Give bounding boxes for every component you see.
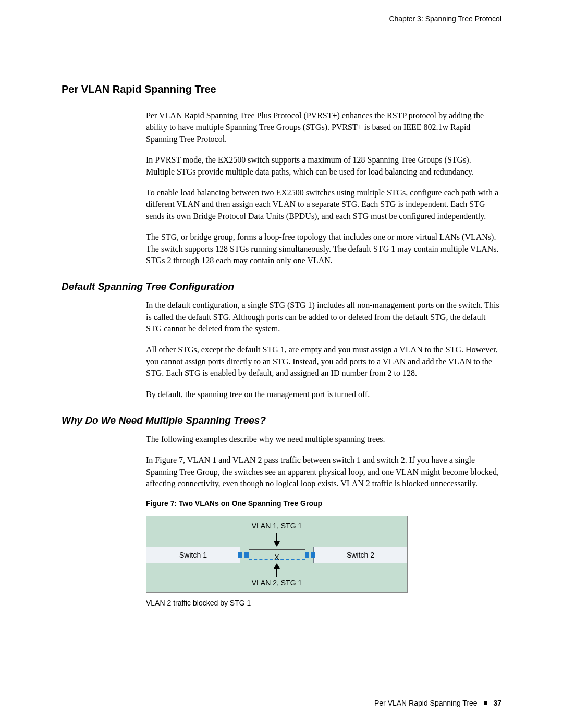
arrow-up-icon: [146, 563, 407, 579]
paragraph: All other STGs, except the default STG 1…: [146, 344, 501, 379]
section-pvrst: Per VLAN Rapid Spanning Tree Plus Protoc…: [146, 110, 501, 266]
paragraph: Per VLAN Rapid Spanning Tree Plus Protoc…: [146, 110, 501, 145]
figure-bottom-caption: VLAN 2, STG 1: [235, 578, 319, 587]
figure-link-active: [249, 549, 305, 550]
paragraph: By default, the spanning tree on the man…: [146, 389, 501, 400]
figure-top-caption: VLAN 1, STG 1: [235, 522, 319, 530]
figure-7: VLAN 1, STG 1 Switch 1 Switch 2: [146, 516, 408, 593]
figure-block-x: X: [146, 553, 407, 561]
figure-caption: VLAN 2 traffic blocked by STG 1: [146, 599, 501, 607]
page-number: 37: [493, 699, 501, 707]
content-area: Per VLAN Rapid Spanning Tree Per VLAN Ra…: [62, 83, 501, 607]
paragraph: The following examples describe why we n…: [146, 434, 501, 445]
heading-2-default-config: Default Spanning Tree Configuration: [62, 281, 501, 292]
paragraph: In Figure 7, VLAN 1 and VLAN 2 pass traf…: [146, 454, 501, 489]
footer-separator-icon: [484, 701, 487, 705]
svg-marker-1: [274, 541, 280, 547]
paragraph: In the default configuration, a single S…: [146, 300, 501, 335]
paragraph: The STG, or bridge group, forms a loop-f…: [146, 231, 501, 266]
paragraph: To enable load balancing between two EX2…: [146, 187, 501, 222]
page: Chapter 3: Spanning Tree Protocol Per VL…: [0, 0, 563, 728]
heading-1: Per VLAN Rapid Spanning Tree: [62, 83, 501, 95]
running-head: Chapter 3: Spanning Tree Protocol: [389, 15, 501, 23]
page-footer: Per VLAN Rapid Spanning Tree 37: [374, 699, 501, 707]
paragraph: In PVRST mode, the EX2500 switch support…: [146, 154, 501, 178]
arrow-down-icon: [146, 533, 407, 549]
svg-marker-2: [274, 563, 280, 569]
section-why-multiple: The following examples describe why we n…: [146, 434, 501, 607]
figure-title: Figure 7: Two VLANs on One Spanning Tree…: [146, 499, 501, 508]
section-default-config: In the default configuration, a single S…: [146, 300, 501, 400]
footer-section: Per VLAN Rapid Spanning Tree: [374, 699, 478, 707]
heading-2-why-multiple: Why Do We Need Multiple Spanning Trees?: [62, 415, 501, 426]
